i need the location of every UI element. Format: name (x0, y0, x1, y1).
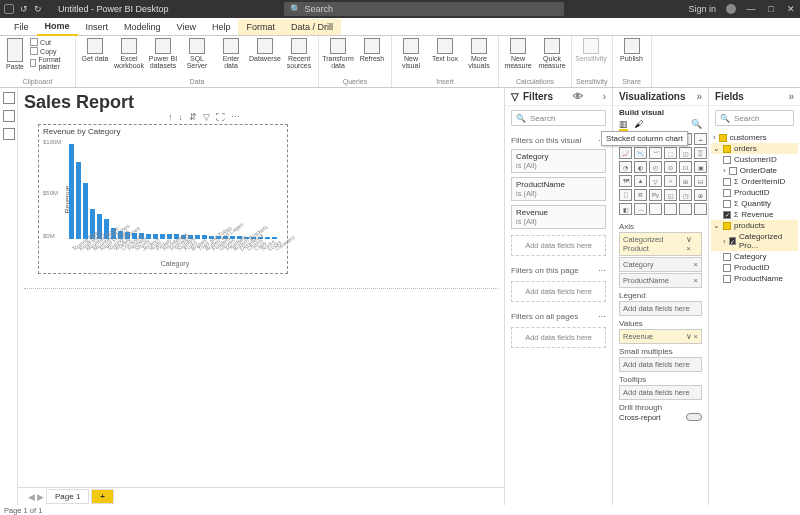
visual-type-icon[interactable]: ▲ (634, 175, 647, 187)
visual-type-icon[interactable]: Py (649, 189, 662, 201)
visual-type-icon[interactable]: ◐ (634, 161, 647, 173)
model-view-icon[interactable] (3, 128, 15, 140)
collapse-icon[interactable]: » (788, 91, 794, 102)
close-button[interactable]: ✕ (786, 4, 796, 14)
tab-help[interactable]: Help (204, 19, 239, 35)
sensitivity-button[interactable]: Sensitivity (576, 38, 606, 62)
smallm-well[interactable]: Add data fields here (619, 357, 702, 372)
dataverse-button[interactable]: Dataverse (250, 38, 280, 62)
add-page-button[interactable]: + (91, 489, 114, 504)
publish-button[interactable]: Publish (617, 38, 647, 62)
visual-type-icon[interactable]: ⌗ (664, 175, 677, 187)
more-icon[interactable]: ⋯ (598, 312, 606, 321)
paste-button[interactable]: Paste (4, 38, 26, 70)
visual-type-icon[interactable]: ◴ (649, 161, 662, 173)
recent-sources-button[interactable]: Recent sources (284, 38, 314, 69)
get-data-button[interactable]: Get data (80, 38, 110, 62)
tab-format[interactable]: Format (238, 19, 283, 35)
cut-button[interactable]: Cut (30, 38, 71, 46)
data-view-icon[interactable] (3, 110, 15, 122)
visual-type-icon[interactable]: ⫠ (694, 133, 707, 145)
collapse-icon[interactable]: » (696, 91, 702, 102)
tab-insert[interactable]: Insert (78, 19, 117, 35)
redo-icon[interactable]: ↻ (34, 4, 42, 14)
filter-drop-visual[interactable]: Add data fields here (511, 235, 606, 256)
visual-type-icon[interactable]: 🗺 (619, 175, 632, 187)
field-orderdate[interactable]: ›OrderDate (711, 165, 798, 176)
transform-data-button[interactable]: Transform data (323, 38, 353, 69)
excel-button[interactable]: Excel workbook (114, 38, 144, 69)
more-visuals-button[interactable]: More visuals (464, 38, 494, 69)
titlebar-search[interactable]: 🔍 Search (284, 2, 564, 16)
visual-type-icon[interactable]: 📉 (634, 147, 647, 159)
visual-type-icon[interactable]: ◧ (619, 203, 632, 215)
minimize-button[interactable]: — (746, 4, 756, 14)
filters-search[interactable]: 🔍Search (511, 110, 606, 126)
visual-type-icon[interactable]: ⋯ (634, 203, 647, 215)
tab-datadrill[interactable]: Data / Drill (283, 19, 341, 35)
sign-in-link[interactable]: Sign in (688, 4, 716, 14)
sql-server-button[interactable]: SQL Server (182, 38, 212, 69)
build-tab-icon[interactable]: ▥ (619, 119, 628, 131)
tooltips-well[interactable]: Add data fields here (619, 385, 702, 400)
visual-type-icon[interactable]: ◫ (679, 147, 692, 159)
filter-drop-page[interactable]: Add data fields here (511, 281, 606, 302)
visual-type-icon[interactable]: ▽ (649, 175, 662, 187)
visual-type-icon[interactable]: ⊡ (679, 161, 692, 173)
new-measure-button[interactable]: New measure (503, 38, 533, 69)
field-p-productid[interactable]: ProductID (711, 262, 798, 273)
show-icon[interactable]: 👁 (573, 91, 583, 102)
field-category[interactable]: Category (711, 251, 798, 262)
table-orders[interactable]: ⌄orders (711, 143, 798, 154)
nav-right-icon[interactable]: ▶ (37, 492, 44, 502)
visual-type-icon[interactable]: ◔ (619, 161, 632, 173)
axis-well[interactable]: Categorized Product∨ × (619, 232, 702, 256)
legend-well[interactable]: Add data fields here (619, 301, 702, 316)
visual-type-icon[interactable] (694, 203, 707, 215)
text-box-button[interactable]: Text box (430, 38, 460, 62)
visual-type-icon[interactable] (664, 203, 677, 215)
visual-type-icon[interactable]: ⊕ (694, 189, 707, 201)
fields-search[interactable]: 🔍Search (715, 110, 794, 126)
format-painter-button[interactable]: Format painter (30, 56, 71, 70)
visual-type-icon[interactable]: ◳ (679, 189, 692, 201)
refresh-button[interactable]: Refresh (357, 38, 387, 62)
tab-home[interactable]: Home (37, 18, 78, 36)
field-productid[interactable]: ProductID (711, 187, 798, 198)
cross-report-toggle[interactable] (686, 413, 702, 421)
table-customers[interactable]: ›customers (711, 132, 798, 143)
format-tab-icon[interactable]: 🖌 (634, 119, 643, 131)
visual-type-icon[interactable]: ⊞ (679, 175, 692, 187)
quick-measure-button[interactable]: Quick measure (537, 38, 567, 69)
filter-card-category[interactable]: Categoryis (All) (511, 149, 606, 173)
field-productname[interactable]: ProductName (711, 273, 798, 284)
filter-card-product[interactable]: ProductNameis (All) (511, 177, 606, 201)
tab-file[interactable]: File (6, 19, 37, 35)
axis-well-sub2[interactable]: ProductName× (619, 273, 702, 288)
visual-type-icon[interactable]: 〰 (649, 147, 662, 159)
axis-well-sub[interactable]: Category× (619, 257, 702, 272)
field-orderitemid[interactable]: ΣOrderItemID (711, 176, 798, 187)
field-quantity[interactable]: ΣQuantity (711, 198, 798, 209)
undo-icon[interactable]: ↺ (20, 4, 28, 14)
visual-type-icon[interactable]: 📈 (619, 147, 632, 159)
visual-type-icon[interactable]: R (634, 189, 647, 201)
report-canvas[interactable]: Sales Report ↑↓⇵▽⛶⋯ Revenue by Category … (18, 88, 504, 505)
filter-card-revenue[interactable]: Revenueis (All) (511, 205, 606, 229)
account-icon[interactable] (726, 4, 736, 14)
filter-drop-all[interactable]: Add data fields here (511, 327, 606, 348)
visual-header-toolbar[interactable]: ↑↓⇵▽⛶⋯ (168, 112, 240, 122)
copy-button[interactable]: Copy (30, 47, 71, 55)
report-view-icon[interactable] (3, 92, 15, 104)
collapse-icon[interactable]: › (603, 91, 606, 102)
visual-type-icon[interactable]: ⬚ (664, 147, 677, 159)
visual-type-icon[interactable]: ⎕ (619, 189, 632, 201)
save-icon[interactable] (4, 4, 14, 14)
table-products[interactable]: ⌄products (711, 220, 798, 231)
nav-left-icon[interactable]: ◀ (28, 492, 35, 502)
pbi-datasets-button[interactable]: Power BI datasets (148, 38, 178, 69)
visual-type-icon[interactable]: ◱ (664, 189, 677, 201)
visual-type-icon[interactable] (679, 203, 692, 215)
analytics-tab-icon[interactable]: 🔍 (691, 119, 702, 131)
visual-type-icon[interactable]: ⊟ (694, 175, 707, 187)
